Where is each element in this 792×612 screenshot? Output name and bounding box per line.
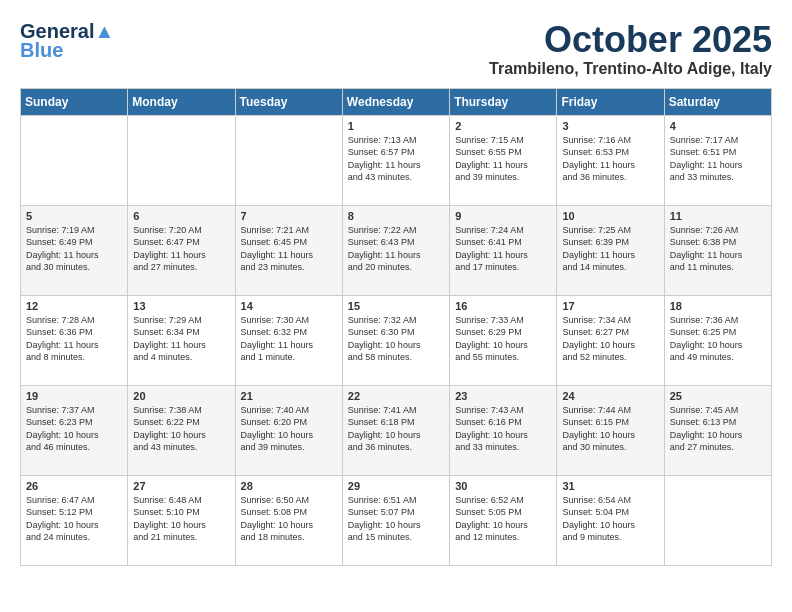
calendar-day-cell: 2Sunrise: 7:15 AM Sunset: 6:55 PM Daylig…: [450, 115, 557, 205]
calendar-weekday-header: Thursday: [450, 88, 557, 115]
day-number: 10: [562, 210, 658, 222]
day-info: Sunrise: 7:45 AM Sunset: 6:13 PM Dayligh…: [670, 404, 766, 454]
calendar-day-cell: [128, 115, 235, 205]
day-info: Sunrise: 7:41 AM Sunset: 6:18 PM Dayligh…: [348, 404, 444, 454]
day-info: Sunrise: 7:29 AM Sunset: 6:34 PM Dayligh…: [133, 314, 229, 364]
day-number: 14: [241, 300, 337, 312]
day-info: Sunrise: 6:50 AM Sunset: 5:08 PM Dayligh…: [241, 494, 337, 544]
day-number: 11: [670, 210, 766, 222]
day-info: Sunrise: 7:16 AM Sunset: 6:53 PM Dayligh…: [562, 134, 658, 184]
calendar-weekday-header: Sunday: [21, 88, 128, 115]
day-number: 15: [348, 300, 444, 312]
day-number: 1: [348, 120, 444, 132]
day-info: Sunrise: 7:40 AM Sunset: 6:20 PM Dayligh…: [241, 404, 337, 454]
calendar-weekday-header: Tuesday: [235, 88, 342, 115]
calendar-header-row: SundayMondayTuesdayWednesdayThursdayFrid…: [21, 88, 772, 115]
day-number: 12: [26, 300, 122, 312]
day-info: Sunrise: 7:17 AM Sunset: 6:51 PM Dayligh…: [670, 134, 766, 184]
day-number: 31: [562, 480, 658, 492]
calendar-day-cell: 17Sunrise: 7:34 AM Sunset: 6:27 PM Dayli…: [557, 295, 664, 385]
day-info: Sunrise: 7:33 AM Sunset: 6:29 PM Dayligh…: [455, 314, 551, 364]
calendar-day-cell: 11Sunrise: 7:26 AM Sunset: 6:38 PM Dayli…: [664, 205, 771, 295]
calendar-day-cell: 13Sunrise: 7:29 AM Sunset: 6:34 PM Dayli…: [128, 295, 235, 385]
day-info: Sunrise: 7:32 AM Sunset: 6:30 PM Dayligh…: [348, 314, 444, 364]
calendar-weekday-header: Wednesday: [342, 88, 449, 115]
day-number: 13: [133, 300, 229, 312]
day-info: Sunrise: 7:24 AM Sunset: 6:41 PM Dayligh…: [455, 224, 551, 274]
calendar-week-row: 12Sunrise: 7:28 AM Sunset: 6:36 PM Dayli…: [21, 295, 772, 385]
calendar-day-cell: [664, 475, 771, 565]
day-info: Sunrise: 7:22 AM Sunset: 6:43 PM Dayligh…: [348, 224, 444, 274]
logo-blue: Blue: [20, 39, 63, 62]
day-number: 26: [26, 480, 122, 492]
day-number: 28: [241, 480, 337, 492]
calendar-day-cell: 28Sunrise: 6:50 AM Sunset: 5:08 PM Dayli…: [235, 475, 342, 565]
day-info: Sunrise: 7:38 AM Sunset: 6:22 PM Dayligh…: [133, 404, 229, 454]
day-info: Sunrise: 7:15 AM Sunset: 6:55 PM Dayligh…: [455, 134, 551, 184]
calendar-day-cell: [21, 115, 128, 205]
day-info: Sunrise: 6:51 AM Sunset: 5:07 PM Dayligh…: [348, 494, 444, 544]
day-info: Sunrise: 7:25 AM Sunset: 6:39 PM Dayligh…: [562, 224, 658, 274]
day-number: 9: [455, 210, 551, 222]
calendar-table: SundayMondayTuesdayWednesdayThursdayFrid…: [20, 88, 772, 566]
calendar-day-cell: 23Sunrise: 7:43 AM Sunset: 6:16 PM Dayli…: [450, 385, 557, 475]
day-number: 21: [241, 390, 337, 402]
calendar-week-row: 19Sunrise: 7:37 AM Sunset: 6:23 PM Dayli…: [21, 385, 772, 475]
day-info: Sunrise: 7:13 AM Sunset: 6:57 PM Dayligh…: [348, 134, 444, 184]
calendar-week-row: 1Sunrise: 7:13 AM Sunset: 6:57 PM Daylig…: [21, 115, 772, 205]
logo: General▲ Blue: [20, 20, 114, 62]
day-number: 16: [455, 300, 551, 312]
day-info: Sunrise: 7:26 AM Sunset: 6:38 PM Dayligh…: [670, 224, 766, 274]
day-number: 27: [133, 480, 229, 492]
day-number: 4: [670, 120, 766, 132]
calendar-day-cell: 20Sunrise: 7:38 AM Sunset: 6:22 PM Dayli…: [128, 385, 235, 475]
calendar-day-cell: 29Sunrise: 6:51 AM Sunset: 5:07 PM Dayli…: [342, 475, 449, 565]
calendar-day-cell: 12Sunrise: 7:28 AM Sunset: 6:36 PM Dayli…: [21, 295, 128, 385]
calendar-day-cell: 31Sunrise: 6:54 AM Sunset: 5:04 PM Dayli…: [557, 475, 664, 565]
calendar-day-cell: [235, 115, 342, 205]
calendar-body: 1Sunrise: 7:13 AM Sunset: 6:57 PM Daylig…: [21, 115, 772, 565]
calendar-day-cell: 9Sunrise: 7:24 AM Sunset: 6:41 PM Daylig…: [450, 205, 557, 295]
location-title: Trambileno, Trentino-Alto Adige, Italy: [489, 60, 772, 78]
day-info: Sunrise: 6:48 AM Sunset: 5:10 PM Dayligh…: [133, 494, 229, 544]
day-number: 20: [133, 390, 229, 402]
calendar-day-cell: 4Sunrise: 7:17 AM Sunset: 6:51 PM Daylig…: [664, 115, 771, 205]
calendar-day-cell: 14Sunrise: 7:30 AM Sunset: 6:32 PM Dayli…: [235, 295, 342, 385]
day-info: Sunrise: 7:21 AM Sunset: 6:45 PM Dayligh…: [241, 224, 337, 274]
calendar-day-cell: 6Sunrise: 7:20 AM Sunset: 6:47 PM Daylig…: [128, 205, 235, 295]
day-info: Sunrise: 7:36 AM Sunset: 6:25 PM Dayligh…: [670, 314, 766, 364]
calendar-day-cell: 30Sunrise: 6:52 AM Sunset: 5:05 PM Dayli…: [450, 475, 557, 565]
calendar-week-row: 5Sunrise: 7:19 AM Sunset: 6:49 PM Daylig…: [21, 205, 772, 295]
calendar-weekday-header: Monday: [128, 88, 235, 115]
day-number: 29: [348, 480, 444, 492]
calendar-day-cell: 25Sunrise: 7:45 AM Sunset: 6:13 PM Dayli…: [664, 385, 771, 475]
calendar-day-cell: 8Sunrise: 7:22 AM Sunset: 6:43 PM Daylig…: [342, 205, 449, 295]
day-info: Sunrise: 6:52 AM Sunset: 5:05 PM Dayligh…: [455, 494, 551, 544]
day-info: Sunrise: 7:20 AM Sunset: 6:47 PM Dayligh…: [133, 224, 229, 274]
day-number: 2: [455, 120, 551, 132]
day-number: 24: [562, 390, 658, 402]
day-number: 17: [562, 300, 658, 312]
calendar-day-cell: 27Sunrise: 6:48 AM Sunset: 5:10 PM Dayli…: [128, 475, 235, 565]
day-info: Sunrise: 7:19 AM Sunset: 6:49 PM Dayligh…: [26, 224, 122, 274]
calendar-day-cell: 1Sunrise: 7:13 AM Sunset: 6:57 PM Daylig…: [342, 115, 449, 205]
day-info: Sunrise: 7:37 AM Sunset: 6:23 PM Dayligh…: [26, 404, 122, 454]
day-info: Sunrise: 7:30 AM Sunset: 6:32 PM Dayligh…: [241, 314, 337, 364]
day-info: Sunrise: 6:47 AM Sunset: 5:12 PM Dayligh…: [26, 494, 122, 544]
calendar-day-cell: 16Sunrise: 7:33 AM Sunset: 6:29 PM Dayli…: [450, 295, 557, 385]
calendar-day-cell: 7Sunrise: 7:21 AM Sunset: 6:45 PM Daylig…: [235, 205, 342, 295]
day-number: 5: [26, 210, 122, 222]
calendar-day-cell: 15Sunrise: 7:32 AM Sunset: 6:30 PM Dayli…: [342, 295, 449, 385]
month-title: October 2025: [489, 20, 772, 60]
title-block: October 2025 Trambileno, Trentino-Alto A…: [489, 20, 772, 78]
calendar-weekday-header: Friday: [557, 88, 664, 115]
day-info: Sunrise: 6:54 AM Sunset: 5:04 PM Dayligh…: [562, 494, 658, 544]
day-number: 19: [26, 390, 122, 402]
day-number: 8: [348, 210, 444, 222]
day-number: 7: [241, 210, 337, 222]
calendar-day-cell: 26Sunrise: 6:47 AM Sunset: 5:12 PM Dayli…: [21, 475, 128, 565]
day-number: 6: [133, 210, 229, 222]
calendar-day-cell: 22Sunrise: 7:41 AM Sunset: 6:18 PM Dayli…: [342, 385, 449, 475]
page-header: General▲ Blue October 2025 Trambileno, T…: [20, 20, 772, 78]
day-info: Sunrise: 7:44 AM Sunset: 6:15 PM Dayligh…: [562, 404, 658, 454]
